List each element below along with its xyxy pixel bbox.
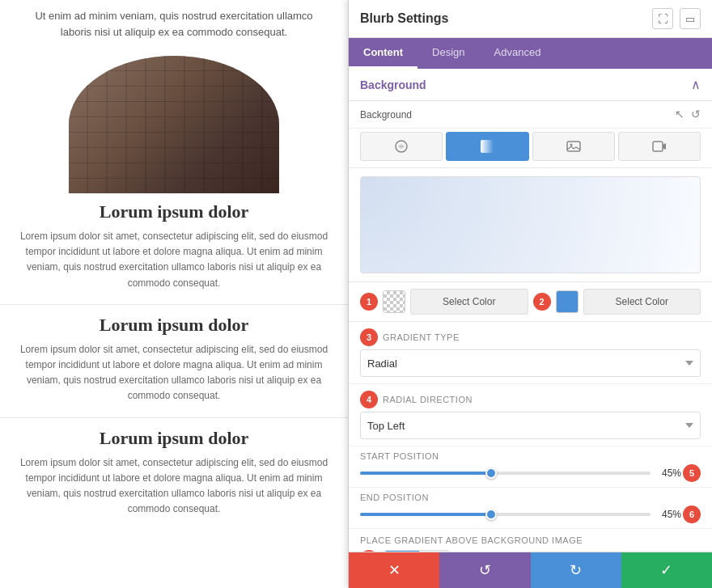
start-position-label-row: Start Position	[360, 451, 701, 461]
intro-text: Ut enim ad minim veniam, quis nostrud ex…	[0, 0, 348, 46]
gradient-type-select[interactable]: Radial Linear Conic	[360, 349, 701, 377]
place-gradient-label: Place Gradient Above Background Image	[360, 535, 701, 545]
bg-type-video[interactable]	[618, 132, 701, 161]
blurb-item-1: Lorum ipsum dolor Lorem ipsum dolor sit …	[0, 46, 348, 305]
color-stop-swatch-1[interactable]	[383, 290, 405, 313]
start-position-row: Start Position 45% 5	[349, 446, 712, 488]
blurb-item-3: Lorum ipsum dolor Lorem ipsum dolor sit …	[0, 418, 348, 531]
blurb-text-3: Lorem ipsum dolor sit amet, consectetur …	[13, 455, 335, 518]
reset-icon[interactable]: ↺	[691, 108, 701, 121]
end-position-value-box: 45% 6	[657, 506, 701, 523]
reset-button[interactable]: ↺	[439, 552, 530, 588]
building-image	[69, 56, 279, 193]
end-position-fill	[360, 513, 491, 516]
bg-label: Background	[360, 109, 668, 121]
place-gradient-row: Place Gradient Above Background Image 7 …	[349, 529, 712, 552]
bg-type-gradient[interactable]	[446, 132, 528, 161]
end-position-value: 45%	[657, 509, 681, 520]
collapse-button[interactable]: ▭	[680, 8, 701, 29]
radial-direction-label-row: 4 Radial Direction	[360, 391, 701, 408]
start-position-label: Start Position	[360, 451, 439, 461]
start-position-value: 45%	[657, 467, 681, 479]
start-position-slider-row: 45% 5	[360, 464, 701, 482]
start-position-fill	[360, 472, 491, 475]
svg-rect-4	[653, 142, 663, 151]
blurb-image-wrapper	[13, 56, 335, 193]
color-stop-badge-1: 1	[360, 293, 378, 311]
tab-design[interactable]: Design	[417, 38, 479, 69]
end-position-badge: 6	[683, 506, 701, 523]
gradient-type-label: Gradient Type	[383, 332, 460, 342]
bg-type-tabs	[349, 129, 712, 168]
radial-direction-group: 4 Radial Direction Top Left Center Top R…	[349, 384, 712, 446]
settings-header: Blurb Settings ⛶ ▭	[349, 0, 712, 38]
svg-rect-2	[567, 142, 580, 151]
start-position-value-box: 45% 5	[657, 464, 701, 482]
action-bar: ✕ ↺ ↻ ✓	[349, 552, 712, 588]
svg-rect-1	[481, 140, 494, 153]
select-color-2-button[interactable]: Select Color	[583, 289, 701, 315]
section-header[interactable]: Background ∧	[349, 69, 712, 101]
blurb-text-2: Lorem ipsum dolor sit amet, consectetur …	[13, 342, 335, 404]
tab-content[interactable]: Content	[349, 38, 417, 69]
blurb-item-2: Lorum ipsum dolor Lorem ipsum dolor sit …	[0, 305, 348, 418]
right-panel: Blurb Settings ⛶ ▭ Content Design Advanc…	[348, 0, 712, 588]
end-position-thumb[interactable]	[485, 509, 497, 520]
building-detail	[69, 56, 279, 193]
settings-body: Background ∧ Background ↖ ↺	[349, 69, 712, 552]
end-position-slider-row: 45% 6	[360, 506, 701, 523]
blurb-text-1: Lorem ipsum dolor sit amet, consectetur …	[13, 229, 335, 291]
section-title: Background	[360, 78, 426, 91]
redo-button[interactable]: ↻	[531, 552, 621, 588]
settings-title: Blurb Settings	[360, 11, 448, 26]
settings-tabs: Content Design Advanced	[349, 38, 712, 69]
left-panel: Ut enim ad minim veniam, quis nostrud ex…	[0, 0, 348, 588]
start-position-track[interactable]	[360, 472, 651, 475]
end-position-row: End Position 45% 6	[349, 488, 712, 529]
color-stop-swatch-2[interactable]	[556, 290, 578, 313]
tab-advanced[interactable]: Advanced	[480, 38, 556, 69]
header-icons: ⛶ ▭	[652, 8, 701, 29]
cancel-button[interactable]: ✕	[349, 552, 439, 588]
cursor-icon: ↖	[675, 108, 684, 121]
end-position-label: End Position	[360, 493, 429, 502]
gradient-type-label-row: 3 Gradient Type	[360, 328, 701, 346]
gradient-preview-box	[360, 176, 701, 273]
radial-direction-select[interactable]: Top Left Center Top Right Bottom Left Bo…	[360, 412, 701, 439]
gradient-type-group: 3 Gradient Type Radial Linear Conic	[349, 322, 712, 384]
blurb-image-circle	[69, 56, 279, 193]
svg-point-3	[570, 144, 572, 146]
color-stop-badge-2: 2	[533, 293, 551, 311]
gradient-preview	[349, 168, 712, 282]
bg-type-color[interactable]	[360, 132, 443, 161]
end-position-track[interactable]	[360, 513, 651, 516]
bg-type-image[interactable]	[532, 132, 615, 161]
start-position-thumb[interactable]	[485, 467, 497, 479]
blurb-title-3: Lorum ipsum dolor	[13, 428, 335, 449]
gradient-type-badge: 3	[360, 328, 378, 346]
end-position-label-row: End Position	[360, 493, 701, 502]
radial-direction-badge: 4	[360, 391, 378, 408]
blurb-title-1: Lorum ipsum dolor	[13, 201, 335, 222]
save-button[interactable]: ✓	[621, 552, 712, 588]
start-position-badge: 5	[683, 464, 701, 482]
section-toggle-icon[interactable]: ∧	[691, 77, 701, 92]
select-color-1-button[interactable]: Select Color	[410, 289, 528, 315]
blurb-title-2: Lorum ipsum dolor	[13, 315, 335, 336]
radial-direction-label: Radial Direction	[383, 395, 473, 404]
color-stops: 1 Select Color 2 Select Color	[349, 282, 712, 322]
bg-row: Background ↖ ↺	[349, 101, 712, 129]
fullscreen-button[interactable]: ⛶	[652, 8, 673, 29]
